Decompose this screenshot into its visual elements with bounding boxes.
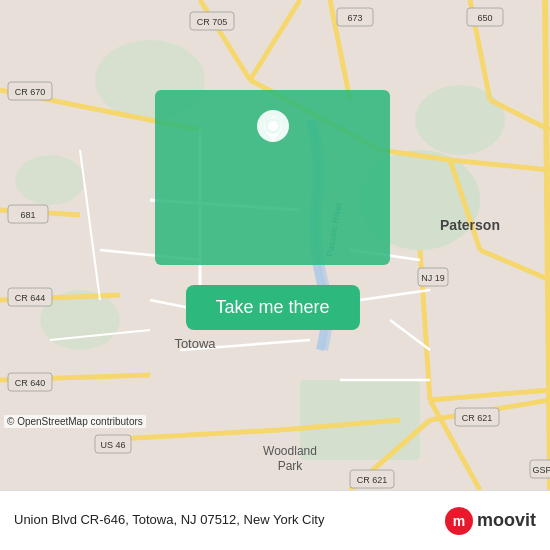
svg-text:GSP: GSP	[532, 465, 550, 475]
svg-text:CR 621: CR 621	[357, 475, 388, 485]
green-overlay: Take me there	[155, 90, 390, 265]
svg-text:CR 640: CR 640	[15, 378, 46, 388]
location-pin-icon	[253, 108, 293, 158]
svg-text:CR 670: CR 670	[15, 87, 46, 97]
svg-text:CR 621: CR 621	[462, 413, 493, 423]
bottom-bar: Union Blvd CR-646, Totowa, NJ 07512, New…	[0, 490, 550, 550]
svg-text:NJ 19: NJ 19	[421, 273, 445, 283]
moovit-logo: m moovit	[445, 507, 536, 535]
svg-text:CR 705: CR 705	[197, 17, 228, 27]
moovit-icon: m	[445, 507, 473, 535]
svg-rect-5	[300, 380, 420, 460]
map-container: CR 705 673 650 CR 670 681 CR 644 CR 640 …	[0, 0, 550, 490]
take-me-there-button[interactable]: Take me there	[185, 285, 359, 330]
svg-text:650: 650	[477, 13, 492, 23]
svg-point-4	[15, 155, 85, 205]
osm-attribution: © OpenStreetMap contributors	[4, 415, 146, 428]
svg-text:CR 644: CR 644	[15, 293, 46, 303]
svg-text:US 46: US 46	[100, 440, 125, 450]
svg-point-72	[268, 121, 278, 131]
moovit-brand-name: moovit	[477, 510, 536, 531]
svg-text:Totowa: Totowa	[174, 336, 216, 351]
svg-text:681: 681	[20, 210, 35, 220]
svg-text:Woodland: Woodland	[263, 444, 317, 458]
svg-text:Park: Park	[278, 459, 304, 473]
svg-text:Paterson: Paterson	[440, 217, 500, 233]
svg-text:673: 673	[347, 13, 362, 23]
address-display: Union Blvd CR-646, Totowa, NJ 07512, New…	[14, 512, 435, 529]
